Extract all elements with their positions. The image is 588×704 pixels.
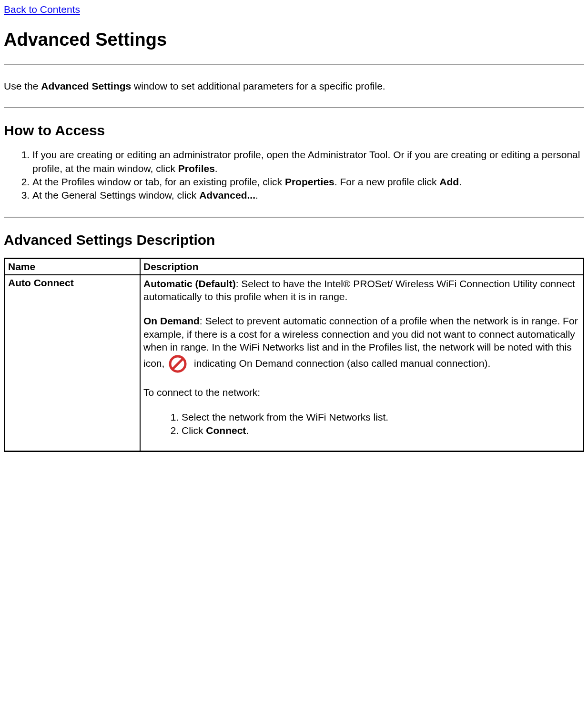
auto-connect-ondemand: On Demand: Select to prevent automatic c… <box>143 314 580 374</box>
divider <box>4 107 584 108</box>
back-to-contents-link[interactable]: Back to Contents <box>4 4 80 15</box>
connect-steps: Select the network from the WiFi Network… <box>143 411 580 438</box>
divider <box>4 217 584 218</box>
intro-paragraph: Use the Advanced Settings window to set … <box>4 80 584 93</box>
prohibit-icon <box>167 353 188 374</box>
th-name: Name <box>5 258 141 275</box>
connect-step-item: Click Connect. <box>182 424 580 437</box>
cell-description: Automatic (Default): Select to have the … <box>140 275 584 452</box>
how-to-access-heading: How to Access <box>4 122 584 139</box>
connect-step-item: Select the network from the WiFi Network… <box>182 411 580 424</box>
connect-intro: To connect to the network: <box>143 386 580 399</box>
table-row: Auto Connect Automatic (Default): Select… <box>5 275 584 452</box>
table-header-row: Name Description <box>5 258 584 275</box>
svg-line-1 <box>172 359 183 369</box>
step-item: At the Profiles window or tab, for an ex… <box>32 175 584 189</box>
cell-name: Auto Connect <box>5 275 141 452</box>
step-item: If you are creating or editing an admini… <box>32 148 584 175</box>
th-description: Description <box>140 258 584 275</box>
step-item: At the General Settings window, click Ad… <box>32 189 584 202</box>
page-title: Advanced Settings <box>4 30 584 50</box>
divider <box>4 64 584 65</box>
how-to-access-steps: If you are creating or editing an admini… <box>4 148 584 202</box>
advanced-settings-description-heading: Advanced Settings Description <box>4 232 584 248</box>
settings-table: Name Description Auto Connect Automatic … <box>4 258 584 452</box>
auto-connect-automatic: Automatic (Default): Select to have the … <box>143 277 580 303</box>
